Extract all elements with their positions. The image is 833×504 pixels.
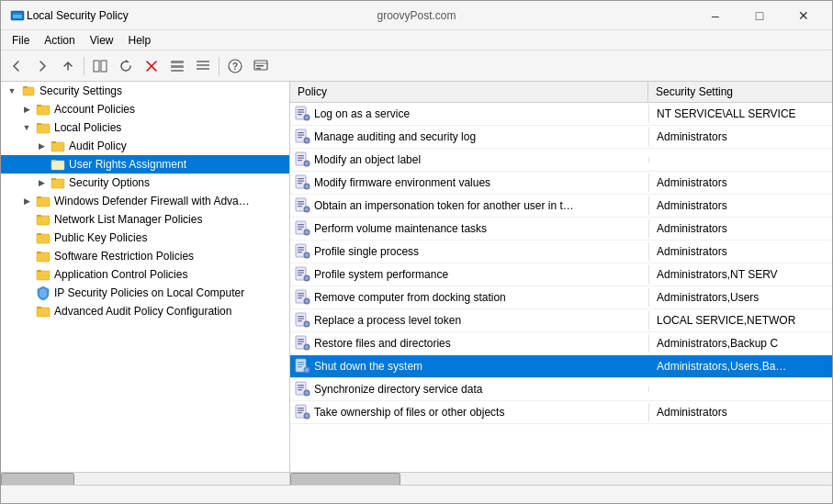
user-rights-expander	[34, 157, 49, 172]
delete-button[interactable]	[140, 54, 163, 78]
menu-action[interactable]: Action	[37, 32, 82, 49]
list-row[interactable]: Modify an object label	[290, 149, 832, 172]
tree-network-list-label: Network List Manager Policies	[52, 212, 204, 227]
svg-rect-51	[298, 132, 304, 133]
svg-rect-100	[298, 319, 304, 319]
setting-text	[648, 157, 832, 162]
list-rows-container: Log on as a serviceNT SERVICE\ALL SERVIC…	[290, 103, 832, 424]
list-row[interactable]: Profile system performanceAdministrators…	[290, 263, 832, 286]
tree-account-policies-label: Account Policies	[52, 102, 137, 117]
ip-security-icon	[36, 286, 51, 300]
close-button[interactable]: ✕	[782, 1, 825, 30]
setting-text: Administrators	[648, 219, 832, 238]
tree-item-firewall[interactable]: ▶ Windows Defender Firewall with Adva…	[1, 192, 289, 210]
tree-item-advanced-audit[interactable]: Advanced Audit Policy Configuration	[1, 302, 289, 320]
policy-text: Profile single process	[314, 245, 419, 258]
tree-root[interactable]: ▼ Security Settings	[1, 82, 289, 100]
advanced-audit-icon	[36, 304, 51, 319]
list-row[interactable]: Perform volume maintenance tasksAdminist…	[290, 218, 832, 241]
tree-item-security-options[interactable]: ▶ Security Options	[1, 174, 289, 192]
export-button[interactable]	[191, 54, 215, 78]
help-button[interactable]: ?	[223, 54, 247, 78]
tree-item-account-policies[interactable]: ▶ Account Policies	[1, 100, 289, 118]
up-button[interactable]	[56, 54, 80, 78]
menu-help[interactable]: Help	[121, 32, 159, 49]
setting-text: Administrators,Backup C	[648, 334, 832, 353]
refresh-button[interactable]	[114, 54, 138, 78]
svg-rect-37	[37, 233, 41, 235]
list-row[interactable]: Obtain an impersonation token for anothe…	[290, 195, 832, 218]
menu-file[interactable]: File	[5, 32, 37, 49]
account-policies-icon	[36, 102, 51, 117]
tree-item-ip-security[interactable]: IP Security Policies on Local Computer	[1, 284, 289, 302]
policy-text: Shut down the system	[314, 360, 422, 373]
properties-button[interactable]	[165, 54, 189, 78]
svg-rect-19	[256, 68, 261, 69]
list-row[interactable]: Restore files and directoriesAdministrat…	[290, 332, 832, 355]
svg-rect-69	[298, 201, 304, 202]
local-policies-expander: ▼	[19, 120, 34, 135]
list-row[interactable]: Log on as a serviceNT SERVICE\ALL SERVIC…	[290, 103, 832, 126]
maximize-button[interactable]: □	[738, 1, 781, 30]
tree-root-label: Security Settings	[38, 84, 124, 98]
tree-item-audit-policy[interactable]: ▶ Audit Policy	[1, 137, 289, 155]
list-scrollbar[interactable]	[290, 473, 832, 485]
tree-local-policies-label: Local Policies	[52, 120, 123, 135]
svg-rect-46	[298, 112, 304, 113]
window-title: Local Security Policy	[27, 9, 129, 22]
firewall-expander: ▶	[19, 194, 34, 208]
svg-rect-18	[256, 65, 264, 67]
back-button[interactable]	[5, 54, 28, 78]
svg-rect-41	[37, 270, 41, 272]
list-row[interactable]: Replace a process level tokenLOCAL SERVI…	[290, 309, 832, 332]
tree-item-public-key[interactable]: Public Key Policies	[1, 229, 289, 247]
list-row[interactable]: Remove computer from docking stationAdmi…	[290, 286, 832, 309]
svg-rect-52	[298, 135, 304, 136]
setting-text: Administrators	[648, 128, 832, 146]
minimize-button[interactable]: –	[694, 1, 737, 30]
list-row[interactable]: Profile single processAdministrators	[290, 241, 832, 263]
tree-item-local-policies[interactable]: ▼ Local Policies	[1, 118, 289, 137]
tree-security-options-label: Security Options	[67, 175, 152, 190]
svg-marker-5	[126, 60, 129, 62]
svg-rect-58	[298, 158, 304, 159]
list-row[interactable]: Modify firmware environment valuesAdmini…	[290, 172, 832, 195]
software-restriction-icon	[36, 249, 51, 263]
svg-rect-81	[298, 247, 304, 248]
svg-rect-33	[37, 196, 41, 198]
tree-item-user-rights[interactable]: User Rights Assignment	[1, 155, 289, 174]
policy-text: Remove computer from docking station	[314, 291, 506, 304]
list-row[interactable]: Synchronize directory service data	[290, 378, 832, 401]
policy-text: Restore files and directories	[314, 337, 451, 350]
tree-item-app-control[interactable]: Application Control Policies	[1, 265, 289, 284]
svg-rect-118	[298, 387, 304, 388]
header-setting[interactable]: Security Setting	[648, 82, 832, 102]
list-row[interactable]: Shut down the systemAdministrators,Users…	[290, 355, 832, 378]
svg-rect-11	[197, 61, 209, 62]
toolbar: ?	[1, 50, 832, 82]
svg-rect-105	[298, 339, 304, 340]
list-row[interactable]: Manage auditing and security logAdminist…	[290, 126, 832, 149]
svg-rect-21	[23, 86, 28, 88]
list-scroll-thumb[interactable]	[290, 473, 400, 486]
window-controls: – □ ✕	[694, 1, 825, 30]
setting-text: Administrators,Users,Ba…	[648, 357, 832, 375]
show-hide-button[interactable]	[88, 54, 112, 78]
list-row[interactable]: Take ownership of files or other objects…	[290, 401, 832, 424]
app-control-icon	[36, 267, 51, 282]
tree-scroll-thumb[interactable]	[1, 473, 74, 486]
header-policy[interactable]: Policy	[290, 82, 648, 102]
svg-rect-75	[298, 224, 304, 225]
tree-item-software-restriction[interactable]: Software Restriction Policies	[1, 247, 289, 265]
tree-scrollbar[interactable]	[1, 473, 290, 485]
tree-item-network-list[interactable]: Network List Manager Policies	[1, 210, 289, 229]
menu-view[interactable]: View	[83, 32, 121, 49]
forward-button[interactable]	[30, 54, 54, 78]
svg-point-97	[305, 299, 309, 303]
security-options-expander: ▶	[34, 175, 49, 190]
svg-point-121	[305, 391, 309, 395]
info-button[interactable]	[249, 54, 273, 78]
svg-point-67	[305, 185, 309, 188]
policy-text: Perform volume maintenance tasks	[314, 222, 487, 235]
svg-rect-9	[171, 65, 184, 68]
